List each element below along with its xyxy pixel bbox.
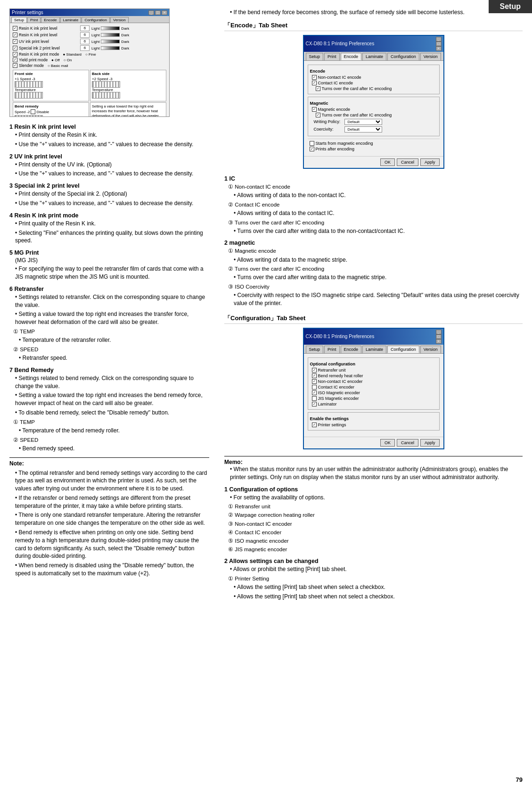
disable-checkbox[interactable] — [31, 109, 35, 114]
jis-mag-encoder-checkbox[interactable] — [312, 396, 317, 401]
encode-tab-section: 「Encode」Tab Sheet CX-D80 8:1 Printing Pr… — [224, 21, 523, 307]
section-7-sub-1-bullet: Temperature of the bend remedy roller. — [19, 427, 209, 435]
config-tab-version[interactable]: Version — [420, 346, 441, 353]
note-item-5: When bend remedy is disabled using the "… — [15, 562, 209, 578]
slender-checkbox[interactable] — [13, 63, 17, 68]
tab-version[interactable]: Version — [110, 17, 129, 23]
encode-apply-btn[interactable]: Apply — [420, 158, 440, 166]
off-on-row: Yield print mode ● Off ○ On — [13, 58, 166, 62]
non-contact-ic-checkbox[interactable] — [312, 75, 317, 80]
enable-settings-section: Enable the settings Printer settings — [308, 412, 440, 431]
resin-k2-slider[interactable] — [101, 33, 120, 37]
config-section-2-bullet: Allows or prohibit the setting [Print] t… — [230, 565, 523, 573]
coercivity-select[interactable]: Default — [344, 126, 382, 133]
retransfer-bend-grid: Front side +1 Speed -3 Temperature Back … — [13, 70, 166, 117]
contact-ic-checkbox[interactable] — [312, 81, 317, 85]
resin-k-value[interactable]: 6 — [80, 25, 90, 31]
config-tab-laminate[interactable]: Laminate — [362, 346, 386, 353]
encode-tab-setup[interactable]: Setup — [306, 53, 324, 60]
dialog-title-text: Printer settings — [12, 10, 43, 15]
magnetic-encode-checkbox[interactable] — [312, 107, 317, 112]
turns-over-mag-checkbox[interactable] — [316, 113, 320, 117]
config-apply-btn[interactable]: Apply — [420, 439, 440, 447]
tab-configuration[interactable]: Configuration — [82, 17, 110, 23]
config-tab-configuration[interactable]: Configuration — [387, 346, 419, 353]
back-side-controls: +2 Speed -3 Temperature — [92, 77, 164, 99]
iso-mag-encoder-checkbox[interactable] — [312, 390, 317, 395]
config-dialog-footer: OK Cancel Apply — [304, 437, 443, 448]
encode-close-btn[interactable]: × — [436, 46, 442, 51]
config-maximize-btn[interactable]: □ — [436, 334, 442, 339]
encode-cancel-btn[interactable]: Cancel — [397, 158, 418, 166]
config-cancel-btn[interactable]: Cancel — [397, 439, 418, 447]
minimize-btn[interactable]: _ — [148, 10, 154, 15]
non-contact-ic-encoder-label: Non-contact IC encoder — [318, 379, 363, 384]
left-column: Printer settings _ □ × Setup Print Encod… — [0, 5, 217, 782]
config-section-1-num: 1 Configuration of options — [224, 486, 523, 493]
prints-after-label: Prints after encoding — [316, 147, 355, 151]
bend-remedy-heat-checkbox[interactable] — [312, 373, 317, 378]
starts-from-mag-checkbox[interactable] — [310, 141, 314, 146]
tab-print[interactable]: Print — [27, 17, 41, 23]
section-2-bullet-1: Print density of the UV ink. (Optional) — [15, 161, 209, 169]
section-2-bullet-2: Use the "+" values to increase, and "-" … — [15, 170, 209, 178]
section-6-bullet-2: Setting a value toward the top right end… — [15, 310, 209, 326]
config-sub-2-1-bullet-2: Allows the setting [Print] tab sheet whe… — [234, 593, 523, 601]
retransfer-unit-checkbox[interactable] — [312, 368, 317, 373]
special2-checkbox[interactable] — [13, 46, 17, 50]
printer-settings-enable-checkbox[interactable] — [312, 422, 317, 427]
resin-k-checkbox[interactable] — [13, 26, 17, 31]
config-tab-setup[interactable]: Setup — [306, 346, 324, 353]
tab-laminate[interactable]: Laminate — [60, 17, 82, 23]
encode-minimize-btn[interactable]: _ — [436, 37, 442, 41]
encode-tab-laminate[interactable]: Laminate — [362, 53, 386, 60]
config-dialog-body: Optional configuration Retransfer unit B… — [304, 354, 443, 437]
config-sub-2-1-bullet-1: Allows the setting [Print] tab sheet whe… — [234, 583, 523, 591]
encode-tab-configuration[interactable]: Configuration — [387, 53, 419, 60]
turns-over-ic-checkbox[interactable] — [316, 86, 320, 91]
encode-dialog-body: Encode Non-contact IC encode Contact IC … — [304, 61, 443, 156]
tab-setup[interactable]: Setup — [11, 17, 27, 23]
prints-after-checkbox[interactable] — [310, 147, 314, 151]
special2-value[interactable]: 6 — [80, 45, 90, 51]
non-contact-ic-encoder-checkbox[interactable] — [312, 379, 317, 384]
config-section-1-block: 1 Configuration of options For setting t… — [224, 486, 523, 553]
uv-slider[interactable] — [101, 40, 120, 43]
uv-checkbox[interactable] — [13, 39, 17, 44]
turns-over-mag-row: Turns over the card after IC encoding — [316, 113, 437, 117]
laminator-checkbox[interactable] — [312, 402, 317, 406]
special2-slider[interactable] — [101, 46, 120, 50]
config-ok-btn[interactable]: OK — [380, 439, 395, 447]
resin-k2-value[interactable]: 6 — [80, 32, 90, 38]
right-column: If the bend remedy force becomes strong,… — [217, 5, 532, 782]
encode-ok-btn[interactable]: OK — [380, 158, 395, 166]
turns-over-mag-label: Turns over the card after IC encoding — [322, 113, 392, 117]
config-minimize-btn[interactable]: _ — [436, 330, 442, 334]
contact-ic-encoder-checkbox[interactable] — [312, 385, 317, 389]
tab-encode[interactable]: Encode — [41, 17, 59, 23]
encode-tab-version[interactable]: Version — [420, 53, 441, 60]
writing-policy-select[interactable]: Default — [344, 119, 382, 125]
maximize-btn[interactable]: □ — [155, 10, 161, 15]
resin-k-mode-checkbox[interactable] — [13, 52, 17, 57]
resin-k2-checkbox[interactable] — [13, 33, 17, 37]
section-7-bullet-1: Settings related to bend remedy. Click o… — [15, 374, 209, 390]
close-btn[interactable]: × — [162, 10, 167, 15]
section-6-sub-1-number: ① TEMP — [13, 328, 209, 335]
config-tab-encode[interactable]: Encode — [341, 346, 362, 353]
uv-value[interactable]: 6 — [80, 39, 90, 44]
resin-k-slider[interactable] — [101, 26, 120, 30]
config-tab-print[interactable]: Print — [324, 346, 340, 353]
config-close-btn[interactable]: × — [436, 339, 442, 344]
encode-section-1-block: 1 IC ① Non-contact IC encode Allows writ… — [224, 175, 523, 235]
encode-maximize-btn[interactable]: □ — [436, 41, 442, 46]
section-7-block: 7 Bend Remedy Settings related to bend r… — [9, 367, 209, 453]
contact-ic-label: Contact IC encode — [318, 81, 353, 85]
yield-mode-checkbox[interactable] — [13, 58, 17, 62]
encode-tab-print[interactable]: Print — [324, 53, 340, 60]
writing-policy-row: Writing Policy: Default — [314, 119, 437, 125]
basic-mail-label: ○ Basic mail — [48, 64, 68, 68]
back-side-panel: Back side +2 Speed -3 Temperature — [90, 70, 166, 101]
encode-tab-encode[interactable]: Encode — [341, 53, 362, 60]
encode-sub-2-3-bullet: Coercivity with respect to the ISO magne… — [234, 291, 523, 307]
